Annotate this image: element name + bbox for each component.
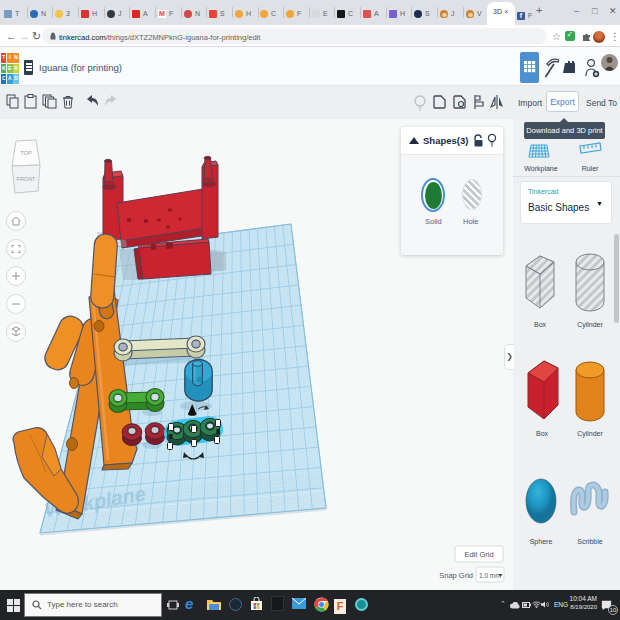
svg-text:FRONT: FRONT [17, 176, 37, 182]
svg-text:1.0 mm: 1.0 mm [479, 572, 501, 579]
svg-text:Edit Grid: Edit Grid [464, 550, 493, 559]
svg-text:TOP: TOP [20, 150, 32, 156]
svg-text:Snap Grid: Snap Grid [439, 571, 473, 580]
